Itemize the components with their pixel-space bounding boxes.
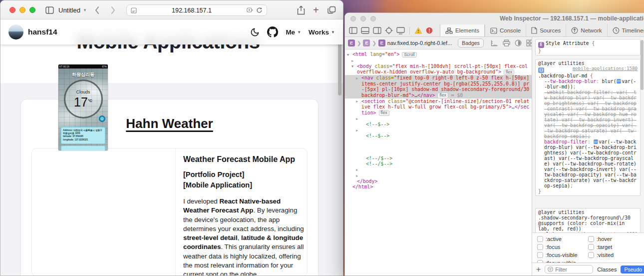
breadcrumb-path[interactable]: nav.fixed.top-0.right-0.lef... — [387, 40, 452, 46]
dom-tree-row[interactable]: <!--/$--> — [345, 156, 532, 162]
compass-icon[interactable] — [515, 40, 522, 46]
pseudo-label: :focus — [546, 244, 560, 250]
tab-timelines[interactable]: Timelines — [607, 24, 644, 36]
element-badge[interactable]: E — [348, 40, 355, 46]
zoom-button[interactable] — [29, 7, 35, 13]
github-icon[interactable] — [267, 26, 278, 38]
pseudo-option-hover[interactable]: :hover — [588, 236, 639, 242]
dock-left-icon[interactable] — [349, 27, 357, 34]
pseudo-option-focus[interactable]: :focus — [537, 244, 588, 250]
dom-tree-row[interactable]: ▶ — [345, 116, 532, 122]
style-filter[interactable] — [545, 265, 593, 274]
layout-ruler-icon[interactable] — [491, 40, 498, 46]
code-token: <html — [352, 52, 370, 57]
warnings-badge-icon[interactable] — [414, 27, 422, 34]
pseudo-button[interactable]: Pseudo — [621, 266, 644, 274]
add-rule-button[interactable]: + — [536, 266, 541, 274]
layout-badge[interactable]: flex — [504, 70, 514, 76]
css-property[interactable]: -webkit-backdrop-filter: var(--tw-backdr… — [538, 90, 638, 139]
window-title-menu[interactable]: Untitled ▼ — [58, 4, 87, 16]
app-screenshot[interactable]: KT 00:19 67% 하왕십리동 Clouds 17°C Address: … — [58, 64, 108, 150]
layout-badge[interactable]: flex — [437, 92, 448, 98]
layout-badge[interactable]: flex — [379, 110, 389, 116]
refresh-location-button[interactable] — [99, 116, 105, 122]
pseudo-option-target[interactable]: :target — [588, 244, 639, 250]
dom-tree-row[interactable]: </body> — [345, 178, 532, 184]
errors-badge-icon[interactable] — [426, 27, 433, 34]
element-badge[interactable]: E — [363, 40, 370, 46]
minimize-button[interactable] — [360, 16, 366, 22]
element-badge[interactable]: E — [378, 40, 385, 46]
minimize-button[interactable] — [19, 7, 25, 13]
dock-bottom-icon[interactable] — [361, 27, 369, 34]
address-bar[interactable]: 192.168.157.1 — [126, 4, 267, 16]
classes-button[interactable]: Classes — [597, 266, 617, 272]
checkbox[interactable] — [537, 252, 543, 258]
device-icon[interactable] — [396, 27, 405, 34]
tab-sources[interactable]: Sources — [526, 24, 566, 36]
tab-network[interactable]: Network — [566, 24, 607, 36]
dom-tree-row[interactable]: </html> — [345, 184, 532, 190]
privacy-badge-icon[interactable] — [247, 8, 254, 13]
tab-overview-button[interactable] — [327, 4, 336, 16]
plus-icon: + — [313, 4, 319, 16]
dom-tree-row[interactable]: ▶ — [345, 128, 532, 134]
pseudo-option-visited[interactable]: :visited — [588, 252, 639, 258]
code-token: </html> — [352, 184, 373, 190]
tab-elements[interactable]: Elements — [440, 24, 485, 36]
close-button[interactable] — [350, 16, 356, 22]
at-rule: .shadow-secondary-foreground\/30 — [538, 215, 638, 220]
forward-button[interactable] — [110, 4, 116, 16]
code-token: class= — [376, 75, 394, 80]
dom-tree-row[interactable]: ▶<section class="@container-[inline-size… — [345, 98, 532, 116]
menu-works[interactable]: Works▼ — [309, 28, 335, 36]
checkbox[interactable] — [537, 236, 543, 242]
dom-tree-row[interactable]: <!--$--> — [345, 122, 532, 128]
dom-tree-row[interactable]: ▶ — [345, 172, 532, 178]
print-icon[interactable] — [503, 40, 510, 46]
effect-swatch-icon[interactable] — [594, 140, 598, 144]
disclosure-arrow-icon[interactable]: ▼ — [351, 64, 353, 70]
layout-badge[interactable]: Scroll — [402, 52, 416, 58]
dom-tree-row[interactable]: ▶ — [345, 167, 532, 173]
checkbox[interactable] — [588, 244, 594, 250]
dom-tree-row[interactable]: <!--$--> — [345, 133, 532, 139]
css-property[interactable]: --tw-backdrop-blur: blur(var(--blur-md))… — [538, 78, 638, 90]
new-tab-button[interactable]: + — [313, 4, 319, 16]
pseudo-option-active[interactable]: :active — [537, 236, 588, 242]
avatar[interactable] — [8, 24, 23, 40]
browser-viewport: Mobile Applications Hahn Weather Weather… — [0, 20, 343, 276]
zoom-button[interactable] — [370, 16, 376, 22]
reload-icon[interactable] — [256, 7, 263, 14]
close-button[interactable] — [9, 7, 15, 13]
dom-tree-row[interactable]: ▶ — [345, 58, 532, 64]
sidebar-scrollbar[interactable] — [641, 40, 644, 90]
dom-tree-row[interactable]: ▶<nav class="fixed top-0 right-0 left-0 … — [345, 75, 532, 98]
brand-name[interactable]: hansf14 — [28, 28, 57, 36]
dom-tree-row[interactable]: <!--/$--> — [345, 161, 532, 167]
dom-tree-row[interactable]: ▼<html lang="en">Scroll — [345, 52, 532, 58]
checkbox[interactable] — [537, 244, 543, 250]
sidebar-toggle-button[interactable] — [45, 4, 54, 16]
source-link[interactable]: mobile-applications:1580 — [573, 66, 638, 72]
style-sections: EStyle Attribute {}@layer utilitiesmobil… — [532, 37, 644, 232]
pseudo-option-focus-visible[interactable]: :focus-visible — [537, 252, 588, 258]
tab-console[interactable]: Console — [485, 24, 526, 36]
back-button[interactable] — [94, 4, 100, 16]
menu-me[interactable]: Me▼ — [286, 28, 301, 36]
effect-swatch-icon[interactable] — [617, 79, 621, 84]
sidebar-icon — [45, 6, 54, 14]
checkbox[interactable] — [588, 236, 594, 242]
dom-tree-row[interactable]: ▼<body class="flex min-h-[100dvh] scroll… — [345, 64, 532, 76]
checkbox[interactable] — [588, 252, 594, 258]
element-picker-icon[interactable] — [385, 26, 393, 34]
code-token: <!--$--> — [366, 122, 389, 127]
disclosure-arrow-icon[interactable]: ▶ — [356, 99, 358, 105]
filter-input[interactable] — [555, 266, 590, 272]
share-button[interactable] — [297, 4, 305, 16]
css-property[interactable]: backdrop-filter: var(--tw-backdrop-blur)… — [538, 139, 638, 188]
badges-button[interactable]: Badges — [458, 38, 484, 48]
dock-right-icon[interactable] — [373, 27, 381, 34]
disclosure-arrow-icon[interactable]: ▶ — [356, 76, 358, 82]
dark-mode-moon-icon[interactable] — [250, 28, 260, 37]
